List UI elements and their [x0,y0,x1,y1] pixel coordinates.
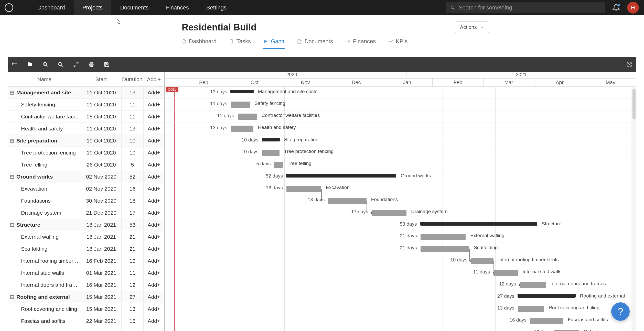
task-bar[interactable]: 5 daysTree felling [274,162,283,168]
user-avatar[interactable]: H [627,2,639,14]
summary-bar[interactable]: 13 daysManagement and site costs [231,90,253,93]
collapse-icon[interactable]: ⊟ [8,90,16,96]
table-row[interactable]: Tree protection fencing19 Oct 202010Add … [8,147,164,159]
search-input[interactable] [459,4,601,11]
folder-icon[interactable] [27,61,33,68]
row-add-button[interactable]: Add + [144,315,164,327]
table-row[interactable]: Tree felling26 Oct 20205Add + [8,159,164,171]
plus-icon: + [157,294,160,300]
row-add-button[interactable]: Add + [144,195,164,207]
folder-open-icon[interactable] [12,61,18,68]
row-add-button[interactable]: Add + [144,159,164,171]
zoom-in-icon[interactable] [42,61,48,68]
row-add-button[interactable]: Add + [144,255,164,267]
table-row[interactable]: Foundations30 Nov 202018Add + [8,195,164,207]
nav-item-documents[interactable]: Documents [111,0,157,15]
vertical-scrollbar[interactable] [631,87,636,331]
actions-dropdown[interactable]: Actions [455,21,489,33]
row-add-button[interactable]: Add + [144,123,164,135]
collapse-icon[interactable]: ⊟ [8,138,16,144]
nav-item-projects[interactable]: Projects [74,0,111,15]
task-bar[interactable]: 11 daysSafety fencing [231,102,250,108]
nav-item-dashboard[interactable]: Dashboard [29,0,74,15]
row-add-button[interactable]: Add + [144,87,164,98]
row-add-button[interactable]: Add + [144,291,164,303]
help-fab[interactable]: ? [611,302,630,321]
gantt-timeline[interactable]: 20202021 SepOctNovDecJanFebMarAprMay tod… [165,72,636,331]
row-add-button[interactable]: Add + [144,219,164,231]
collapse-icon[interactable]: ⊟ [8,222,16,228]
task-bar[interactable]: 10 daysInternal roofing timber struts [471,258,493,264]
table-row[interactable]: ⊟Site preparation19 Oct 202010Add + [8,135,164,147]
expand-icon[interactable] [73,61,79,68]
table-row[interactable]: Fascias and soffits22 Mar 202116Add + [8,315,164,327]
notifications-button[interactable] [612,4,620,12]
collapse-icon[interactable]: ⊟ [8,294,16,300]
summary-bar[interactable]: 52 daysGround works [286,174,396,178]
app-logo[interactable] [5,3,13,12]
table-row[interactable]: Roof covering and tiling15 Mar 202113Add… [8,303,164,315]
global-search[interactable] [446,2,605,13]
table-row[interactable]: ⊟Management and site costs01 Oct 202013A… [8,87,164,99]
task-bar[interactable]: 16 daysFascias and soffits [530,318,563,324]
tab-gantt[interactable]: Gantt [263,38,285,49]
task-bar[interactable]: 13 daysRoof covering and tiling [518,306,544,312]
row-add-button[interactable]: Add + [144,99,164,111]
print-icon[interactable] [88,61,94,68]
table-row[interactable]: Internal roofing timber struts16 Feb 202… [8,255,164,267]
zoom-out-icon[interactable] [58,61,64,68]
row-add-button[interactable]: Add + [144,183,164,195]
summary-bar[interactable]: 53 daysStructure [421,222,537,226]
col-add-header[interactable]: Add + [143,72,164,86]
row-add-button[interactable]: Add + [144,279,164,291]
table-row[interactable]: Guttering05 Apr 202112Add + [8,327,164,331]
task-bar[interactable]: 13 daysHealth and safety [231,126,253,132]
task-bar[interactable]: 11 daysContractor welfare facilities [238,114,257,120]
row-add-button[interactable]: Add + [144,111,164,123]
save-icon[interactable] [104,61,110,68]
table-row[interactable]: Contractor welfare facilities05 Oct 2020… [8,111,164,123]
row-add-button[interactable]: Add + [144,207,164,219]
table-row[interactable]: Safety fencing01 Oct 202011Add + [8,99,164,111]
task-bar[interactable]: 17 daysDrainage system [372,210,406,216]
table-row[interactable]: Excavation02 Nov 202016Add + [8,183,164,195]
table-row[interactable]: ⊟Ground works02 Nov 202052Add + [8,171,164,183]
row-add-button[interactable]: Add + [144,231,164,243]
task-bar[interactable]: 21 daysExternal walling [421,234,466,240]
collapse-icon[interactable]: ⊟ [8,174,16,180]
table-row[interactable]: Scaffolding18 Jan 202121Add + [8,243,164,255]
help-circle-icon[interactable] [626,61,632,68]
nav-item-finances[interactable]: Finances [157,0,197,15]
row-add-button[interactable]: Add + [144,171,164,183]
tab-finances[interactable]: Finances [345,38,376,49]
nav-item-settings[interactable]: Settings [198,0,235,15]
table-row[interactable]: ⊟Structure18 Jan 202153Add + [8,219,164,231]
scrollbar-thumb[interactable] [632,89,636,119]
task-bar[interactable]: 11 daysInternal stud walls [493,270,518,276]
task-bar[interactable]: 21 daysScaffolding [421,246,469,252]
summary-bar[interactable]: 10 daysSite preparation [262,138,280,141]
row-add-button[interactable]: Add + [144,327,164,331]
table-row[interactable]: Drainage system21 Dec 202017Add + [8,207,164,219]
table-row[interactable]: Internal doors and frames16 Mar 202112Ad… [8,279,164,291]
tab-documents[interactable]: Documents [297,38,333,49]
table-row[interactable]: External walling18 Jan 202121Add + [8,231,164,243]
row-add-button[interactable]: Add + [144,135,164,147]
task-bar[interactable]: 16 daysExcavation [286,186,321,192]
task-bar[interactable]: 18 daysFoundations [328,198,367,204]
row-add-button[interactable]: Add + [144,267,164,279]
table-row[interactable]: Health and safety01 Oct 202013Add + [8,123,164,135]
gantt-toolbar [8,57,636,72]
task-bar[interactable]: 10 daysTree protection fencing [262,150,280,156]
row-add-button[interactable]: Add + [144,303,164,315]
task-bar[interactable]: 12 daysInternal doors and frames [520,282,546,288]
tab-tasks[interactable]: Tasks [229,38,251,49]
task-bar[interactable]: 12 daysGuttering [554,330,579,331]
table-row[interactable]: Internal stud walls01 Mar 202111Add + [8,267,164,279]
tab-dashboard[interactable]: Dashboard [181,38,217,49]
table-row[interactable]: ⊟Roofing and external15 Mar 202127Add + [8,291,164,303]
tab-kpis[interactable]: KPIs [388,38,407,49]
row-add-button[interactable]: Add + [144,147,164,159]
summary-bar[interactable]: 27 daysRoofing and external [518,294,575,298]
row-add-button[interactable]: Add + [144,243,164,255]
